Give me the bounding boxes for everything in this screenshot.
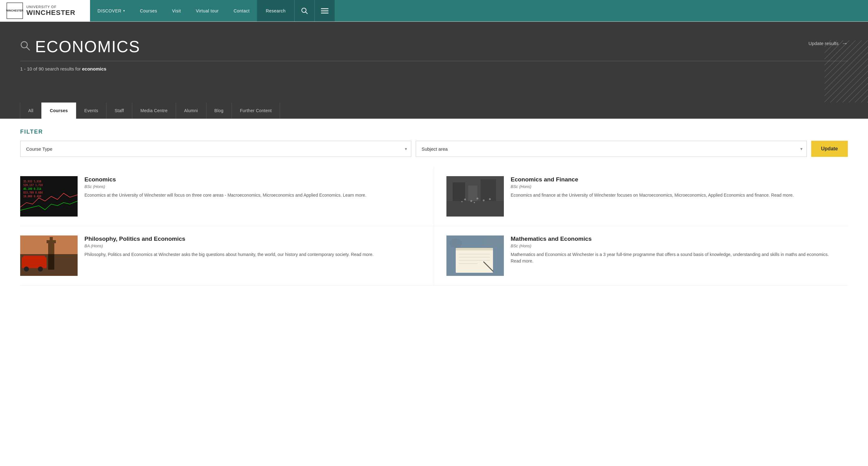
search-button[interactable] (294, 0, 314, 22)
result-image-ppe (20, 235, 78, 276)
result-degree: BSc (Hons) (85, 184, 421, 189)
tab-alumni[interactable]: Alumni (176, 103, 207, 119)
hero-section: ECONOMICS Update results → 1 - 10 of 90 … (0, 22, 868, 103)
nav-courses[interactable]: Courses (132, 0, 165, 22)
svg-text:10,000  0.460: 10,000 0.460 (23, 195, 41, 198)
svg-text:833,709  8.684: 833,709 8.684 (23, 192, 43, 194)
main-nav: DISCOVER ▾ Courses Visit Virtual tour Co… (90, 0, 868, 22)
result-desc: Philosophy, Politics and Economics at Wi… (85, 251, 421, 258)
filter-section: FILTER Course Type Undergraduate Postgra… (0, 119, 868, 157)
decorative-pattern (825, 40, 868, 103)
svg-rect-40 (20, 235, 78, 254)
result-image-economics-finance (446, 176, 504, 216)
tab-events[interactable]: Events (76, 103, 107, 119)
search-icon (301, 7, 308, 14)
svg-point-23 (464, 199, 466, 200)
nav-discover[interactable]: DISCOVER ▾ (90, 0, 132, 22)
result-degree: BA (Hons) (85, 243, 421, 248)
tab-all[interactable]: All (20, 103, 41, 119)
tab-staff[interactable]: Staff (106, 103, 132, 119)
logo-text-bottom: WINCHESTER (26, 9, 75, 17)
logo-shield-icon: WINCHESTER (6, 2, 23, 19)
tabs-bar: All Courses Events Staff Media Centre Al… (0, 103, 868, 119)
result-content-economics-finance: Economics and Finance BSc (Hons) Economi… (511, 176, 838, 199)
nav-icons (294, 0, 335, 22)
svg-point-39 (38, 267, 43, 271)
hero-search-icon (20, 41, 30, 53)
nav-research[interactable]: Research (257, 0, 294, 22)
result-card-maths-econ: Mathematics and Economics BSc (Hons) Mat… (434, 226, 848, 286)
chevron-down-icon: ▾ (123, 9, 125, 12)
result-degree: BSc (Hons) (511, 184, 838, 189)
svg-point-27 (489, 198, 491, 200)
subject-area-wrapper: Subject area Arts Business Economics Law… (416, 141, 807, 157)
filter-row: Course Type Undergraduate Postgraduate S… (20, 141, 848, 157)
nav-visit[interactable]: Visit (164, 0, 188, 22)
result-card-ppe: Philosophy, Politics and Economics BA (H… (20, 226, 434, 286)
svg-line-8 (26, 47, 30, 50)
result-desc: Economics and finance at the University … (511, 192, 838, 199)
svg-point-38 (24, 267, 29, 271)
svg-text:35,933  5,910: 35,933 5,910 (23, 180, 41, 183)
tab-media-centre[interactable]: Media Centre (132, 103, 176, 119)
menu-button[interactable] (314, 0, 335, 22)
course-type-wrapper: Course Type Undergraduate Postgraduate S… (20, 141, 411, 157)
svg-point-24 (470, 200, 472, 202)
svg-point-29 (474, 202, 475, 203)
subject-area-select[interactable]: Subject area Arts Business Economics Law… (416, 141, 807, 157)
result-content-maths-econ: Mathematics and Economics BSc (Hons) Mat… (511, 235, 838, 264)
result-image-maths-econ (446, 235, 504, 276)
tab-blog[interactable]: Blog (206, 103, 232, 119)
navigation: WINCHESTER UNIVERSITY OF WINCHESTER DISC… (0, 0, 868, 22)
svg-rect-44 (456, 248, 493, 251)
results-summary: 1 - 10 of 90 search results for economic… (20, 66, 848, 71)
update-button[interactable]: Update (811, 141, 848, 157)
result-desc: Mathematics and Economics at Winchester … (511, 251, 838, 264)
result-desc: Economics at the University of Wincheste… (85, 192, 421, 199)
svg-point-25 (476, 198, 478, 199)
svg-text:46,100  0.314: 46,100 0.314 (23, 187, 41, 191)
result-title: Economics and Finance (511, 176, 838, 183)
svg-point-51 (450, 239, 462, 248)
svg-point-26 (483, 199, 485, 201)
svg-rect-37 (23, 256, 45, 259)
logo-text-top: UNIVERSITY OF (26, 5, 75, 9)
result-title: Philosophy, Politics and Economics (85, 235, 421, 242)
svg-text:539,137  1,710: 539,137 1,710 (23, 184, 43, 187)
svg-line-3 (306, 12, 307, 14)
result-content-economics: Economics BSc (Hons) Economics at the Un… (85, 176, 421, 199)
svg-point-50 (484, 235, 502, 248)
svg-rect-22 (446, 201, 504, 216)
result-image-economics: 35,933 5,910 539,137 1,710 46,100 0.314 … (20, 176, 78, 216)
course-type-select[interactable]: Course Type Undergraduate Postgraduate S… (20, 141, 411, 157)
results-grid: 35,933 5,910 539,137 1,710 46,100 0.314 … (0, 167, 868, 286)
result-degree: BSc (Hons) (511, 243, 838, 248)
tab-courses[interactable]: Courses (41, 103, 76, 119)
nav-virtual-tour[interactable]: Virtual tour (188, 0, 226, 22)
svg-rect-36 (22, 257, 46, 268)
nav-contact[interactable]: Contact (226, 0, 257, 22)
logo[interactable]: WINCHESTER UNIVERSITY OF WINCHESTER (0, 0, 90, 22)
result-content-ppe: Philosophy, Politics and Economics BA (H… (85, 235, 421, 258)
page-title: ECONOMICS (35, 37, 140, 56)
result-title: Economics (85, 176, 421, 183)
result-card-economics: 35,933 5,910 539,137 1,710 46,100 0.314 … (20, 167, 434, 226)
svg-point-28 (461, 201, 463, 202)
svg-rect-10 (825, 40, 868, 103)
tab-further-content[interactable]: Further Content (231, 103, 280, 119)
filter-label: FILTER (20, 128, 848, 135)
svg-text:WINCHESTER: WINCHESTER (6, 9, 23, 12)
result-title: Mathematics and Economics (511, 235, 838, 242)
hamburger-icon (321, 8, 329, 14)
result-card-economics-finance: Economics and Finance BSc (Hons) Economi… (434, 167, 848, 226)
